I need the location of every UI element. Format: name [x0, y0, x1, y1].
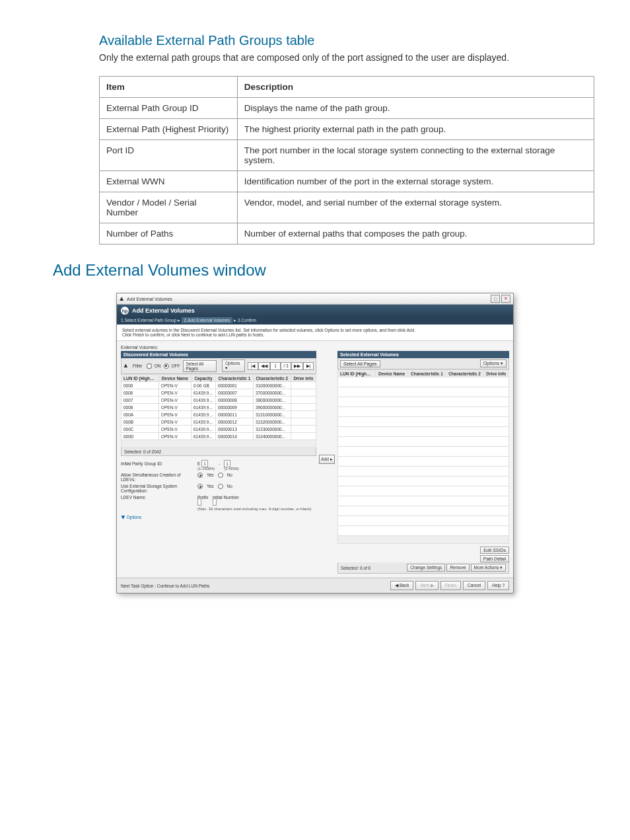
ldev-prefix-input[interactable]	[197, 498, 201, 506]
grid-cell: OPEN-V	[158, 389, 191, 397]
step-1: 1.Select External Path Group	[121, 318, 176, 323]
grid-cell: 61439.9...	[191, 404, 215, 411]
grid-column-header[interactable]: Characteristic 1	[408, 370, 446, 377]
grid-cell: OPEN-V	[158, 426, 191, 433]
change-settings-button[interactable]: Change Settings	[407, 564, 445, 572]
grid-empty-row	[338, 457, 509, 467]
grid-cell: 00000007	[216, 389, 254, 397]
use-ext-yes: Yes	[207, 484, 214, 488]
expand-icon[interactable]: ⯅	[120, 297, 124, 301]
grid-row[interactable]: 0006OPEN-V61439.9...0000000737000000000.…	[122, 389, 316, 397]
grid-column-header[interactable]: Device Name	[376, 370, 408, 377]
filter-off-label: OFF	[172, 363, 180, 368]
horizontal-scrollbar[interactable]	[338, 536, 509, 544]
horizontal-scrollbar[interactable]	[122, 440, 316, 448]
grid-column-header[interactable]: Drive Info	[291, 375, 316, 382]
options-button[interactable]: Options ▾	[222, 360, 245, 372]
back-button[interactable]: ◀ Back	[390, 581, 413, 590]
path-detail-button[interactable]: Path Detail	[480, 555, 509, 562]
grid-row[interactable]: 000BOPEN-V61439.9...0000001231320000000.…	[122, 418, 316, 426]
grid-empty-row	[338, 477, 509, 486]
right-options-button[interactable]: Options ▾	[480, 360, 507, 367]
breadcrumb-sep: ▸	[234, 318, 236, 323]
parity-sep: -	[219, 461, 220, 466]
grid-column-header[interactable]: LUN ID (Highest Priority)	[122, 375, 159, 382]
simultaneous-yes-radio[interactable]	[197, 473, 203, 478]
pager-current[interactable]: 1	[270, 362, 281, 370]
selected-volumes-header: Selected External Volumes	[337, 351, 509, 358]
grid-cell: 0007	[122, 397, 159, 404]
table-cell: Identification number of the port in the…	[237, 171, 594, 192]
add-button[interactable]: Add ▸	[319, 455, 335, 464]
grid-cell	[291, 397, 316, 404]
filter-on-radio[interactable]	[147, 363, 151, 369]
grid-cell: 0000	[122, 382, 159, 389]
grid-column-header[interactable]: Characteristic 2	[253, 375, 291, 382]
grid-column-header[interactable]: LUN ID (Highest Priority)	[338, 370, 376, 377]
grid-cell: 61439.9...	[191, 389, 215, 397]
simultaneous-no-radio[interactable]	[218, 473, 223, 478]
grid-empty-row	[338, 516, 509, 526]
more-actions-button[interactable]: More Actions ▾	[471, 564, 506, 572]
simultaneous-yes: Yes	[207, 473, 214, 477]
pager-first[interactable]: |◀	[248, 362, 258, 370]
grid-row[interactable]: 000DOPEN-V61439.9...0000001431340000000.…	[122, 433, 316, 440]
grid-cell: 000C	[122, 426, 159, 433]
grid-column-header[interactable]: Characteristic 1	[216, 375, 254, 382]
grid-row[interactable]: 000COPEN-V61439.9...0000001331330000000.…	[122, 426, 316, 433]
finish-button[interactable]: Finish	[440, 581, 461, 590]
close-button[interactable]: ✕	[501, 295, 510, 303]
remove-button[interactable]: Remove	[446, 564, 469, 572]
pager-next[interactable]: ▶▶	[291, 362, 303, 370]
grid-cell: 0008	[122, 404, 159, 411]
use-ext-no-radio[interactable]	[218, 484, 223, 489]
window-title: Add External Volumes window	[53, 261, 577, 280]
filter-label: Filter	[131, 363, 144, 368]
table-cell: Vendor / Model / Serial Number	[100, 192, 238, 223]
grid-empty-row	[338, 467, 509, 477]
grid-cell: OPEN-V	[158, 397, 191, 404]
ldev-name-hint: (Max. 32 characters total including max.…	[197, 507, 316, 511]
grid-row[interactable]: 0000OPEN-V0.06 GB0000000131000000000...	[122, 382, 316, 389]
ldev-name-label: LDEV Name:	[121, 495, 193, 500]
grid-cell: 00000008	[216, 397, 254, 404]
parity-range-1: (1-16384)	[197, 467, 215, 471]
grid-row[interactable]: 000AOPEN-V61439.9...0000001131310000000.…	[122, 411, 316, 418]
screenshot-window: ⯅ Add External Volumes □ ✕ hp Add Extern…	[116, 293, 514, 593]
edit-ssids-button[interactable]: Edit SSIDs	[480, 547, 509, 554]
grid-cell: 31340000000...	[253, 433, 291, 440]
grid-cell	[291, 418, 316, 426]
parity-group-label: Initial Parity Group ID:	[121, 461, 193, 466]
pager: |◀ ◀◀ 1 / 3 ▶▶ ▶|	[248, 362, 314, 370]
grid-column-header[interactable]: Device Name	[158, 375, 191, 382]
options-expand-link[interactable]: ⯆ Options	[121, 515, 316, 519]
filter-off-radio[interactable]	[164, 363, 169, 369]
filter-icon[interactable]: ⯅	[123, 363, 128, 368]
select-all-pages-button[interactable]: Select All Pages	[183, 360, 217, 372]
help-button[interactable]: Help ?	[487, 581, 509, 590]
section-description: Only the external path groups that are c…	[99, 52, 577, 63]
ldev-initnum-input[interactable]	[213, 498, 217, 506]
step-2-active: 2.Add External Volumes	[182, 317, 232, 323]
use-ext-yes-radio[interactable]	[197, 484, 203, 489]
next-button[interactable]: Next ▶	[415, 581, 438, 590]
wizard-footer: Next Task Option : Continue to Add LUN P…	[117, 578, 513, 593]
pager-total: / 3	[281, 362, 291, 370]
grid-column-header[interactable]: Capacity	[191, 375, 215, 382]
path-groups-table: Item Description External Path Group IDD…	[99, 76, 594, 245]
grid-cell: 000D	[122, 433, 159, 440]
left-grid-toolbar: ⯅ Filter ON OFF Select All Pages Options…	[121, 358, 316, 374]
maximize-button[interactable]: □	[491, 295, 500, 303]
cancel-button[interactable]: Cancel	[463, 581, 485, 590]
instruction-line-2: Click Finish to confirm, or click Next t…	[122, 332, 508, 337]
grid-row[interactable]: 0007OPEN-V61439.9...0000000838000000000.…	[122, 397, 316, 404]
pager-last[interactable]: ▶|	[303, 362, 314, 370]
grid-row[interactable]: 0008OPEN-V61439.9...0000000939000000000.…	[122, 404, 316, 411]
table-cell: Port ID	[100, 140, 238, 171]
grid-empty-row	[338, 417, 509, 427]
grid-column-header[interactable]: Characteristic 2	[446, 370, 483, 377]
pager-prev[interactable]: ◀◀	[258, 362, 270, 370]
grid-column-header[interactable]: Drive Info	[483, 370, 508, 377]
table-cell: External Path (Highest Priority)	[100, 119, 238, 140]
right-select-all-pages[interactable]: Select All Pages	[340, 360, 380, 367]
